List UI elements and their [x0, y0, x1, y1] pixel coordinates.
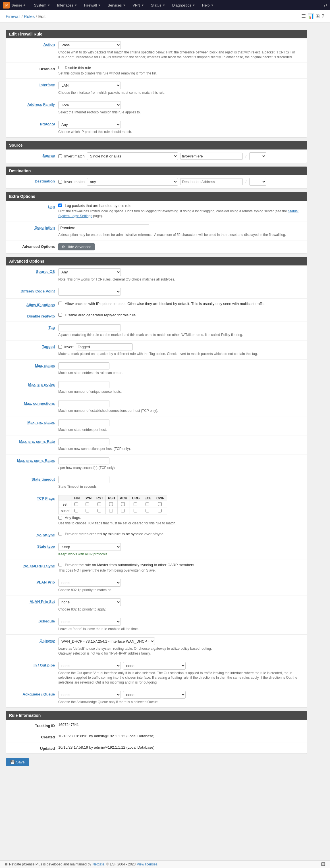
no-xmlrpc-checkbox[interactable]	[58, 563, 62, 566]
disable-reply-link[interactable]: Disable reply-to	[27, 314, 55, 318]
tcp-set-ack-checkbox[interactable]	[121, 502, 125, 506]
source-os-select[interactable]: Any	[58, 268, 121, 276]
queue-select[interactable]: none	[123, 691, 186, 699]
state-type-select[interactable]: Keep Sloppy Synproxy None	[58, 543, 121, 551]
diffserv-link[interactable]: Diffserv Code Point	[21, 289, 55, 293]
nav-firewall[interactable]: Firewall ▼	[81, 1, 104, 9]
max-src-conn-rates-input[interactable]	[58, 457, 110, 464]
action-link[interactable]: Action	[43, 42, 55, 46]
tcp-outof-urg-checkbox[interactable]	[133, 509, 137, 513]
interface-link[interactable]: Interface	[39, 83, 55, 87]
source-link[interactable]: Source	[42, 153, 55, 158]
max-src-conn-rate-input[interactable]	[58, 438, 110, 445]
tcp-outof-ack-checkbox[interactable]	[121, 509, 125, 513]
state-type-link[interactable]: State type	[37, 544, 55, 549]
interface-select[interactable]: LAN	[58, 82, 121, 89]
tcp-set-psh-checkbox[interactable]	[109, 502, 113, 506]
tcp-set-fin-checkbox[interactable]	[74, 502, 78, 506]
vlan-prio-set-select[interactable]: none 0123 4567	[58, 598, 121, 606]
tcp-set-syn-checkbox[interactable]	[86, 502, 89, 506]
max-src-states-link[interactable]: Max. src. states	[27, 421, 55, 425]
tcp-outof-syn-checkbox[interactable]	[86, 509, 89, 513]
breadcrumb-firewall[interactable]: Firewall	[6, 14, 21, 19]
allow-ip-checkbox[interactable]	[58, 302, 62, 305]
destination-type-select[interactable]: any Single host or alias Network	[87, 178, 178, 186]
no-xmlrpc-link[interactable]: No XMLRPC Sync	[23, 564, 55, 568]
nav-interfaces[interactable]: Interfaces ▼	[54, 1, 80, 9]
no-pfsync-link[interactable]: No pfSync	[37, 533, 55, 537]
tagged-link[interactable]: Tagged	[42, 344, 55, 349]
tcp-set-rst-checkbox[interactable]	[97, 502, 101, 506]
state-timeout-link[interactable]: State timeout	[32, 477, 55, 482]
tcp-set-cwr-checkbox[interactable]	[158, 502, 162, 506]
in-out-pipe-link[interactable]: In / Out pipe	[34, 663, 55, 668]
nav-services[interactable]: Services ▼	[104, 1, 128, 9]
address-family-link[interactable]: Address Family	[27, 102, 55, 106]
vlan-prio-set-link[interactable]: VLAN Prio Set	[30, 599, 55, 604]
nav-help[interactable]: Help ▼	[199, 1, 217, 9]
no-pfsync-checkbox[interactable]	[58, 532, 62, 535]
address-family-select[interactable]: IPv4 IPv6 IPv4+IPv6	[58, 101, 121, 109]
description-input[interactable]	[58, 224, 149, 231]
tag-input[interactable]	[58, 324, 121, 332]
state-timeout-input[interactable]	[58, 476, 110, 483]
disable-reply-checkbox[interactable]	[58, 313, 62, 317]
any-flags-checkbox[interactable]	[58, 516, 62, 520]
vlan-prio-link[interactable]: VLAN Prio	[37, 580, 55, 584]
destination-cidr-select[interactable]	[249, 178, 266, 186]
tcp-set-urg-checkbox[interactable]	[133, 502, 137, 506]
source-cidr-select[interactable]	[249, 152, 266, 160]
allow-ip-link[interactable]: Allow IP options	[26, 303, 55, 307]
max-src-nodes-input[interactable]	[58, 381, 110, 388]
list-icon[interactable]: ☰	[301, 13, 306, 19]
source-address-input[interactable]	[180, 153, 243, 160]
out-pipe-select[interactable]: none	[123, 662, 186, 670]
ackqueue-select[interactable]: none	[58, 691, 121, 699]
schedule-link[interactable]: Schedule	[38, 619, 55, 623]
disabled-checkbox[interactable]	[58, 66, 62, 69]
gateway-select[interactable]: WAN_DHCP - 73.157.254.1 - Interface WAN_…	[58, 638, 155, 645]
diffserv-select[interactable]	[58, 288, 121, 296]
tcp-outof-rst-checkbox[interactable]	[97, 509, 101, 513]
source-invert-checkbox[interactable]	[58, 154, 62, 158]
breadcrumb-rules[interactable]: Rules	[24, 14, 35, 19]
nav-icon-right[interactable]: ⇄	[324, 3, 327, 8]
table-icon[interactable]: ⊞	[316, 13, 320, 19]
log-checkbox[interactable]	[58, 204, 62, 207]
max-src-nodes-link[interactable]: Max. src nodes	[28, 382, 55, 386]
tcp-outof-psh-checkbox[interactable]	[109, 509, 113, 513]
help-icon[interactable]: ?	[322, 13, 324, 19]
chart-icon[interactable]: 📊	[307, 13, 314, 19]
action-select[interactable]: Pass Block Reject	[58, 41, 121, 49]
in-pipe-select[interactable]: none	[58, 662, 121, 670]
max-connections-link[interactable]: Max. connections	[24, 401, 55, 406]
source-type-select[interactable]: any Single host or alias Network	[87, 152, 178, 160]
destination-link[interactable]: Destination	[35, 179, 55, 183]
save-button[interactable]: 💾 Save	[6, 758, 29, 766]
nav-vpn[interactable]: VPN ▼	[130, 1, 147, 9]
advanced-options-button[interactable]: ⚙ Hide Advanced	[58, 243, 95, 250]
tagged-input[interactable]	[76, 343, 133, 350]
log-link[interactable]: Log	[48, 205, 55, 209]
nav-status[interactable]: Status ▼	[148, 1, 168, 9]
tagged-invert-checkbox[interactable]	[58, 345, 62, 349]
schedule-select[interactable]: none	[58, 618, 121, 626]
protocol-select[interactable]: Any TCP UDP	[58, 121, 121, 128]
destination-invert-checkbox[interactable]	[58, 180, 62, 184]
max-src-states-input[interactable]	[58, 419, 110, 426]
tcp-set-ece-checkbox[interactable]	[146, 502, 149, 506]
gateway-link[interactable]: Gateway	[40, 639, 55, 643]
destination-address-input[interactable]	[180, 178, 243, 185]
protocol-link[interactable]: Protocol	[40, 122, 55, 126]
max-src-conn-rate-link[interactable]: Max. src. conn. Rate	[19, 439, 55, 444]
max-states-input[interactable]	[58, 362, 110, 370]
max-connections-input[interactable]	[58, 400, 110, 407]
nav-system[interactable]: System ▼	[31, 1, 53, 9]
description-link[interactable]: Description	[34, 225, 55, 230]
nav-diagnostics[interactable]: Diagnostics ▼	[170, 1, 198, 9]
source-os-link[interactable]: Source OS	[36, 270, 55, 274]
tag-link[interactable]: Tag	[49, 326, 55, 330]
tcp-outof-fin-checkbox[interactable]	[74, 509, 78, 513]
tcp-flags-link[interactable]: TCP Flags	[37, 496, 55, 500]
vlan-prio-select[interactable]: none 0123 4567	[58, 579, 121, 587]
